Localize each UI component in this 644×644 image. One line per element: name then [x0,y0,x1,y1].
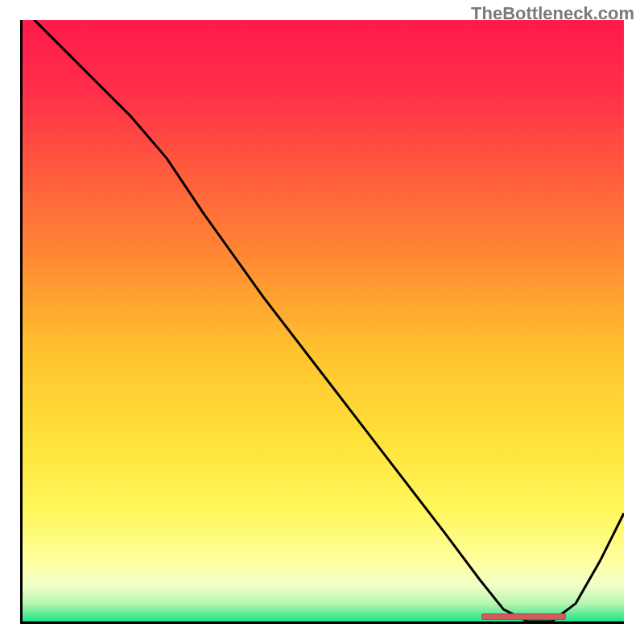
chart-container: TheBottleneck.com [0,0,644,644]
plot-area [20,20,624,624]
optimal-range-marker [481,613,566,620]
curve-line [23,20,624,621]
